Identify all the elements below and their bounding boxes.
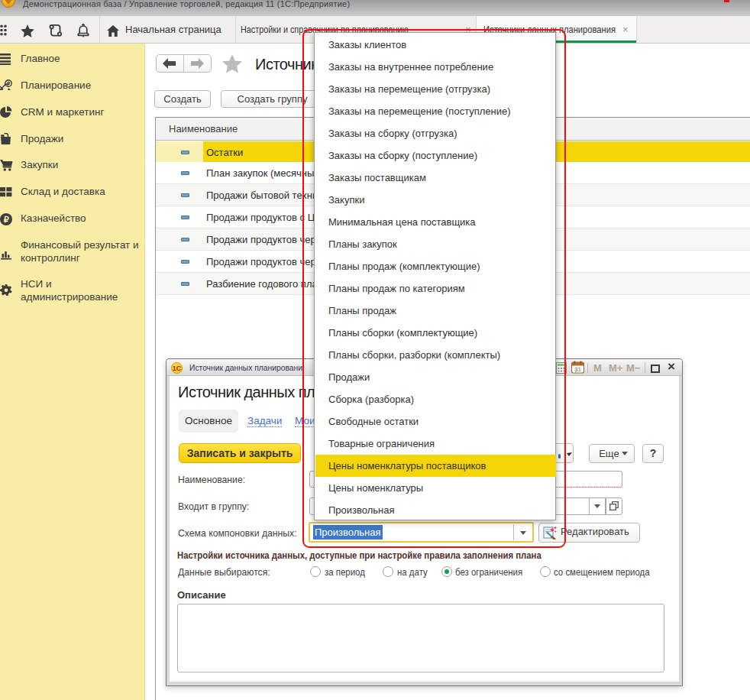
svg-text:₽: ₽ — [7, 81, 11, 86]
svg-text:31: 31 — [574, 366, 581, 373]
svg-text:₽: ₽ — [4, 215, 9, 224]
